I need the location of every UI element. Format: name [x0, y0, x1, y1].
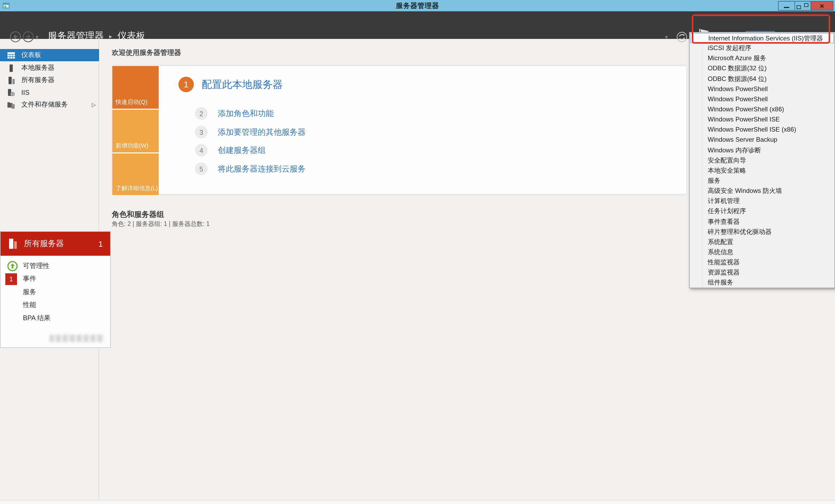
menu-item-powershell-ise-x86[interactable]: Windows PowerShell ISE (x86) [690, 125, 834, 135]
tile-all-servers: 所有服务器 1 可管理性 1 事件 服务 性能 BPA 结果 [0, 231, 111, 348]
menu-item-performance-monitor[interactable]: 性能监视器 [690, 257, 834, 267]
menu-item-local-security-policy[interactable]: 本地安全策略 [690, 166, 834, 176]
file-storage-icon [7, 100, 16, 109]
menu-item-resource-monitor[interactable]: 资源监视器 [690, 267, 834, 278]
expand-arrow-icon[interactable]: ▷ [92, 102, 96, 108]
sidebar-item-label: 文件和存储服务 [21, 100, 68, 109]
menu-item-system-info[interactable]: 系统信息 [690, 247, 834, 257]
step-connect-cloud[interactable]: 5 将此服务器连接到云服务 [195, 162, 306, 175]
blurred-timestamp [49, 335, 104, 342]
local-server-icon [7, 64, 16, 72]
menu-item-powershell-2[interactable]: Windows PowerShell [690, 94, 834, 104]
tile-row-manageability[interactable]: 可管理性 [7, 260, 107, 273]
step-link[interactable]: 配置此本地服务器 [202, 78, 283, 92]
step-link[interactable]: 创建服务器组 [218, 145, 266, 155]
menu-item-powershell-x86[interactable]: Windows PowerShell (x86) [690, 104, 834, 115]
iis-icon [7, 88, 16, 97]
menu-item-defrag[interactable]: 碎片整理和优化驱动器 [690, 227, 834, 237]
restore-icon [796, 5, 801, 9]
menu-item-memory-diagnostic[interactable]: Windows 内存诊断 [690, 145, 834, 155]
sidebar-item-label: 本地服务器 [21, 63, 55, 73]
breadcrumb-current: 仪表板 [117, 29, 145, 42]
tile-count: 1 [99, 240, 103, 248]
menu-item-computer-management[interactable]: 计算机管理 [690, 196, 834, 206]
tile-row-performance[interactable]: 性能 [7, 299, 107, 312]
menu-item-server-backup[interactable]: Windows Server Backup [690, 135, 834, 145]
event-count-badge: 1 [5, 273, 17, 285]
menu-item-system-config[interactable]: 系统配置 [690, 237, 834, 247]
step-number: 2 [195, 107, 208, 120]
back-button[interactable] [9, 31, 21, 43]
step-link[interactable]: 添加角色和功能 [218, 108, 274, 119]
step-add-servers[interactable]: 3 添加要管理的其他服务器 [195, 126, 306, 139]
menu-item-component-services[interactable]: 组件服务 [690, 278, 834, 288]
step-number: 4 [195, 144, 208, 157]
sidebar-item-label: IIS [21, 89, 29, 96]
sidebar-item-all-servers[interactable]: 所有服务器 [0, 74, 99, 86]
tile-row-events[interactable]: 1 事件 [7, 273, 107, 286]
tools-menu: Internet Information Services (IIS)管理器 i… [689, 32, 835, 288]
breadcrumb-root[interactable]: 服务器管理器 [48, 29, 104, 42]
step-number: 3 [195, 126, 208, 139]
manageability-up-icon [7, 261, 18, 272]
tile-title[interactable]: 所有服务器 [24, 239, 93, 249]
tab-quick-start[interactable]: 快速启动(Q) [113, 66, 159, 109]
restore-button[interactable] [795, 2, 811, 10]
dashboard-icon [7, 51, 16, 59]
step-link[interactable]: 添加要管理的其他服务器 [218, 127, 306, 137]
menu-item-powershell[interactable]: Windows PowerShell [690, 84, 834, 94]
step-number: 5 [195, 162, 208, 175]
nav-history-caret-icon[interactable]: ▾ [36, 34, 38, 40]
menu-item-odbc64[interactable]: ODBC 数据源(64 位) [690, 74, 834, 84]
breadcrumb: 服务器管理器 ▸ 仪表板 [48, 29, 145, 42]
sidebar-item-dashboard[interactable]: 仪表板 [0, 49, 99, 61]
tile-row-bpa[interactable]: BPA 结果 [7, 312, 107, 325]
welcome-panel: 快速启动(Q) 新增功能(W) 了解详细信息(L) 1 配置此本地服务器 2 添… [112, 65, 687, 195]
minimize-icon [784, 7, 789, 8]
title-bar: 服务器管理器 × [0, 0, 835, 12]
sidebar-item-iis[interactable]: IIS [0, 86, 99, 99]
menu-item-task-scheduler[interactable]: 任务计划程序 [690, 206, 834, 217]
all-servers-tile-icon [7, 237, 19, 250]
minimize-button[interactable] [778, 2, 795, 10]
roles-section-summary: 角色: 2 | 服务器组: 1 | 服务器总数: 1 [112, 220, 209, 228]
menu-item-iscsi[interactable]: iSCSI 发起程序 [690, 43, 834, 53]
close-button[interactable]: × [811, 2, 833, 10]
menu-item-powershell-ise[interactable]: Windows PowerShell ISE [690, 115, 834, 125]
forward-button[interactable] [22, 31, 34, 43]
refresh-icon[interactable] [676, 32, 688, 43]
step-number: 1 [178, 77, 194, 92]
tab-whats-new[interactable]: 新增功能(W) [113, 110, 159, 153]
menu-item-azure[interactable]: Microsoft Azure 服务 [690, 54, 834, 64]
step-configure-local-server[interactable]: 1 配置此本地服务器 [178, 77, 283, 92]
breadcrumb-separator-icon: ▸ [109, 32, 112, 40]
all-servers-icon [7, 76, 16, 84]
sidebar-item-file-storage[interactable]: 文件和存储服务 ▷ [0, 99, 99, 111]
window-bottom-edge [0, 500, 835, 504]
sidebar-item-local-server[interactable]: 本地服务器 [0, 62, 99, 74]
step-create-server-group[interactable]: 4 创建服务器组 [195, 144, 266, 157]
menu-item-odbc32[interactable]: ODBC 数据源(32 位) [690, 64, 834, 74]
welcome-heading: 欢迎使用服务器管理器 [112, 48, 181, 58]
menu-item-services[interactable]: 服务 [690, 176, 834, 186]
tile-row-services[interactable]: 服务 [7, 286, 107, 299]
tab-learn-more[interactable]: 了解详细信息(L) [113, 154, 159, 195]
menu-item-firewall[interactable]: 高级安全 Windows 防火墙 [690, 186, 834, 196]
red-annotation-box [692, 14, 830, 44]
step-link[interactable]: 将此服务器连接到云服务 [218, 164, 306, 174]
menu-item-security-config-wizard[interactable]: 安全配置向导 [690, 155, 834, 165]
step-add-roles[interactable]: 2 添加角色和功能 [195, 107, 274, 120]
sidebar-item-label: 所有服务器 [21, 76, 55, 85]
notification-caret-icon[interactable]: ▾ [665, 34, 668, 40]
sidebar-item-label: 仪表板 [21, 51, 41, 60]
roles-section-title: 角色和服务器组 [112, 210, 164, 220]
menu-item-event-viewer[interactable]: 事件查看器 [690, 217, 834, 227]
window-controls: × [778, 1, 833, 11]
window-title: 服务器管理器 [0, 1, 835, 11]
